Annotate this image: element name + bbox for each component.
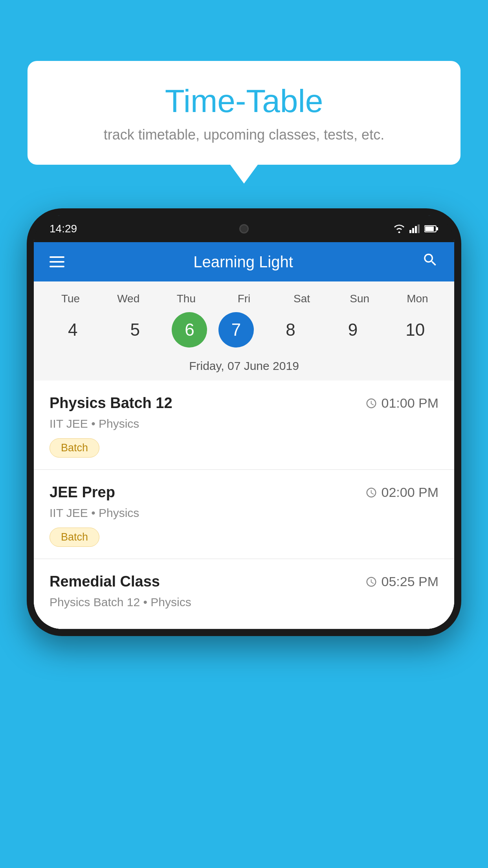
selected-date-label: Friday, 07 June 2019 — [34, 355, 454, 381]
search-icon[interactable] — [422, 252, 438, 272]
calendar-week: TueWedThuFriSatSunMon 45678910 Friday, 0… — [34, 281, 454, 381]
day-name-mon: Mon — [392, 292, 443, 305]
phone-frame: 14:29 — [27, 208, 461, 636]
battery-icon — [424, 225, 438, 233]
app-title: Learning Light — [193, 253, 293, 271]
speech-bubble: Time-Table track timetable, upcoming cla… — [28, 61, 460, 165]
day-number-6[interactable]: 6 — [172, 312, 207, 348]
signal-icon — [409, 224, 420, 233]
schedule-list: Physics Batch 12 01:00 PM IIT JEE • Phys… — [34, 381, 454, 629]
clock-icon-0 — [365, 397, 377, 409]
schedule-time-2: 05:25 PM — [365, 574, 438, 589]
clock-icon-2 — [365, 576, 377, 588]
day-number-8[interactable]: 8 — [265, 312, 316, 348]
day-number-4[interactable]: 4 — [47, 312, 98, 348]
clock-icon-1 — [365, 487, 377, 498]
day-name-wed: Wed — [103, 292, 154, 305]
schedule-name-2: Remedial Class — [50, 573, 160, 590]
day-names-row: TueWedThuFriSatSunMon — [34, 289, 454, 308]
app-header: Learning Light — [34, 242, 454, 281]
day-name-sun: Sun — [334, 292, 385, 305]
bubble-title: Time-Table — [51, 83, 437, 120]
day-numbers-row[interactable]: 45678910 — [34, 308, 454, 355]
speech-bubble-container: Time-Table track timetable, upcoming cla… — [28, 61, 460, 165]
schedule-item-header-1: JEE Prep 02:00 PM — [50, 484, 438, 501]
schedule-name-1: JEE Prep — [50, 484, 115, 501]
batch-badge-0: Batch — [50, 438, 99, 458]
status-time: 14:29 — [50, 223, 77, 235]
schedule-time-1: 02:00 PM — [365, 485, 438, 500]
svg-rect-6 — [425, 226, 434, 231]
svg-rect-2 — [415, 226, 417, 233]
day-name-tue: Tue — [45, 292, 96, 305]
svg-rect-1 — [412, 228, 414, 233]
status-icons — [394, 224, 438, 233]
day-number-7[interactable]: 7 — [218, 312, 254, 348]
day-number-5[interactable]: 5 — [110, 312, 161, 348]
svg-rect-3 — [418, 224, 420, 233]
camera-dot — [239, 224, 249, 234]
svg-rect-5 — [437, 227, 438, 230]
svg-rect-0 — [409, 230, 411, 233]
day-number-10[interactable]: 10 — [390, 312, 441, 348]
phone-notch — [213, 215, 275, 242]
schedule-subtitle-1: IIT JEE • Physics — [50, 506, 438, 520]
schedule-subtitle-0: IIT JEE • Physics — [50, 417, 438, 430]
schedule-subtitle-2: Physics Batch 12 • Physics — [50, 596, 438, 609]
batch-badge-1: Batch — [50, 528, 99, 547]
day-name-sat: Sat — [276, 292, 327, 305]
schedule-item-0[interactable]: Physics Batch 12 01:00 PM IIT JEE • Phys… — [34, 381, 454, 470]
day-name-fri: Fri — [218, 292, 270, 305]
bubble-subtitle: track timetable, upcoming classes, tests… — [51, 127, 437, 143]
schedule-name-0: Physics Batch 12 — [50, 395, 172, 412]
day-name-thu: Thu — [161, 292, 212, 305]
schedule-item-header-0: Physics Batch 12 01:00 PM — [50, 395, 438, 412]
day-number-9[interactable]: 9 — [327, 312, 378, 348]
schedule-item-header-2: Remedial Class 05:25 PM — [50, 573, 438, 590]
schedule-item-2[interactable]: Remedial Class 05:25 PM Physics Batch 12… — [34, 559, 454, 629]
phone-screen: 14:29 — [34, 215, 454, 629]
hamburger-menu-icon[interactable] — [50, 256, 64, 267]
schedule-item-1[interactable]: JEE Prep 02:00 PM IIT JEE • Physics Batc… — [34, 470, 454, 559]
wifi-icon — [394, 224, 405, 233]
phone-frame-container: 14:29 — [27, 208, 461, 636]
schedule-time-0: 01:00 PM — [365, 395, 438, 411]
